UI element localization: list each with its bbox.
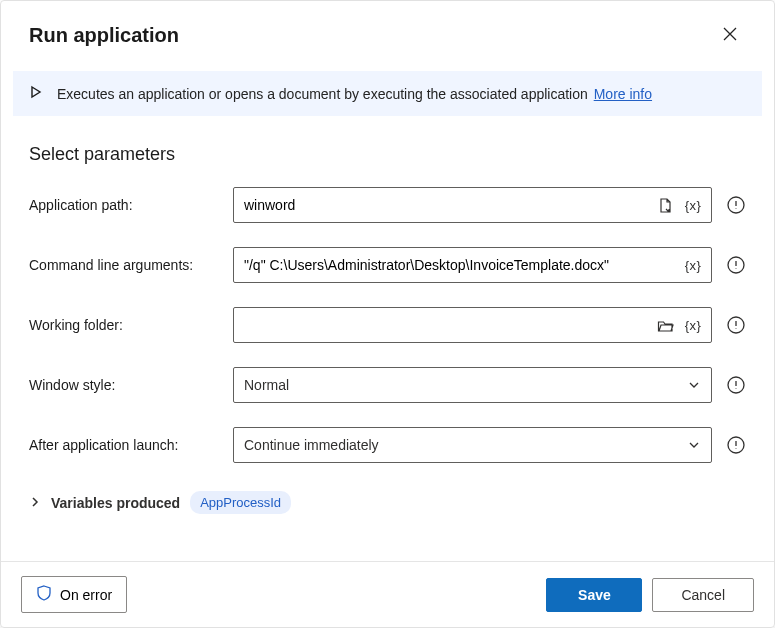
input-wrap-cmd-args: {x} [233, 247, 712, 283]
variable-icon: {x} [683, 313, 703, 337]
input-wrap-application-path: {x} [233, 187, 712, 223]
label-after-launch: After application launch: [29, 437, 219, 453]
input-icons-cmd-args: {x} [683, 253, 711, 277]
label-application-path: Application path: [29, 197, 219, 213]
file-picker-button[interactable] [655, 193, 675, 217]
play-icon [29, 85, 43, 102]
input-icons-app-path: {x} [655, 193, 711, 217]
save-button[interactable]: Save [546, 578, 642, 612]
row-application-path: Application path: {x} [29, 187, 746, 223]
parameters-section: Select parameters Application path: {x} … [1, 116, 774, 487]
close-button[interactable] [714, 19, 746, 51]
cmd-args-input[interactable] [234, 248, 683, 282]
close-icon [722, 26, 738, 45]
window-style-value: Normal [244, 377, 289, 393]
label-cmd-args: Command line arguments: [29, 257, 219, 273]
help-button-app-path[interactable] [726, 195, 746, 215]
variables-produced-row[interactable]: Variables produced AppProcessId [1, 491, 774, 514]
row-working-folder: Working folder: {x} [29, 307, 746, 343]
variable-chip-appprocessid[interactable]: AppProcessId [190, 491, 291, 514]
label-window-style: Window style: [29, 377, 219, 393]
more-info-link[interactable]: More info [594, 86, 652, 102]
on-error-button[interactable]: On error [21, 576, 127, 613]
info-bar: Executes an application or opens a docum… [13, 71, 762, 116]
help-button-cmd-args[interactable] [726, 255, 746, 275]
file-icon [655, 193, 675, 217]
help-button-window-style[interactable] [726, 375, 746, 395]
shield-icon [36, 585, 52, 604]
chevron-down-icon [687, 438, 701, 452]
dialog-title: Run application [29, 24, 179, 47]
info-description: Executes an application or opens a docum… [57, 86, 588, 102]
row-window-style: Window style: Normal [29, 367, 746, 403]
application-path-input[interactable] [234, 188, 655, 222]
variables-produced-label: Variables produced [51, 495, 180, 511]
label-working-folder: Working folder: [29, 317, 219, 333]
cancel-button[interactable]: Cancel [652, 578, 754, 612]
folder-picker-button[interactable] [655, 313, 675, 337]
help-button-after-launch[interactable] [726, 435, 746, 455]
row-cmd-args: Command line arguments: {x} [29, 247, 746, 283]
chevron-right-icon [29, 495, 41, 511]
input-wrap-working-folder: {x} [233, 307, 712, 343]
variable-picker-button[interactable]: {x} [683, 253, 703, 277]
section-title: Select parameters [29, 144, 746, 165]
run-application-dialog: Run application Executes an application … [0, 0, 775, 628]
row-after-launch: After application launch: Continue immed… [29, 427, 746, 463]
variable-icon: {x} [683, 253, 703, 277]
chevron-down-icon [687, 378, 701, 392]
info-text: Executes an application or opens a docum… [57, 86, 652, 102]
help-button-working-folder[interactable] [726, 315, 746, 335]
folder-icon [655, 313, 675, 337]
variable-picker-button[interactable]: {x} [683, 193, 703, 217]
on-error-label: On error [60, 587, 112, 603]
variable-picker-button[interactable]: {x} [683, 313, 703, 337]
variable-icon: {x} [683, 193, 703, 217]
working-folder-input[interactable] [234, 308, 655, 342]
footer-buttons: Save Cancel [546, 578, 754, 612]
after-launch-value: Continue immediately [244, 437, 379, 453]
input-icons-working-folder: {x} [655, 313, 711, 337]
after-launch-select[interactable]: Continue immediately [233, 427, 712, 463]
window-style-select[interactable]: Normal [233, 367, 712, 403]
dialog-footer: On error Save Cancel [1, 561, 774, 627]
dialog-header: Run application [1, 1, 774, 61]
